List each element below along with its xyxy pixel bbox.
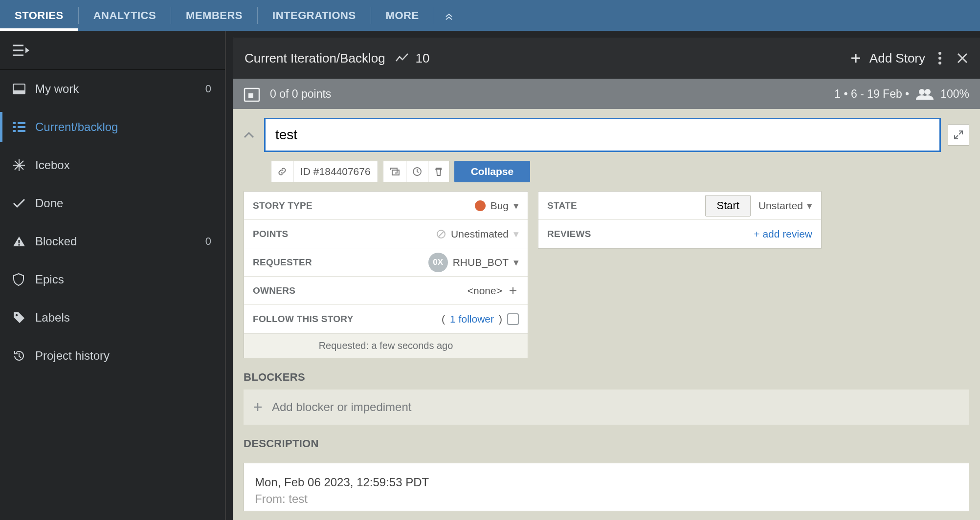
followers-link[interactable]: 1 follower — [450, 313, 494, 325]
svg-rect-3 — [18, 122, 25, 124]
panel-header: Current Iteration/Backlog 10 Add Story — [233, 38, 980, 79]
add-blocker-button[interactable]: Add blocker or impediment — [244, 390, 969, 425]
label-points: POINTS — [253, 229, 289, 239]
sidebar-item-epics[interactable]: Epics — [0, 260, 225, 299]
story-meta-card: STORY TYPE Bug▾ POINTS Unestimated▾ REQU… — [244, 191, 528, 358]
svg-rect-7 — [18, 130, 25, 132]
clone-icon — [389, 167, 400, 176]
state-card: STATE Start Unstarted▾ REVIEWS + add rev… — [538, 191, 822, 249]
label-reviews: REVIEWS — [547, 229, 591, 239]
sidebar-toggle[interactable] — [0, 31, 225, 70]
expand-story-icon[interactable] — [948, 124, 969, 146]
link-icon — [277, 167, 287, 176]
sidebar-item-done[interactable]: Done — [0, 184, 225, 222]
backlog-panel: Current Iteration/Backlog 10 Add Story 0… — [233, 38, 980, 520]
iteration-subbar: 0 of 0 points 1 • 6 - 19 Feb • 100% — [233, 79, 980, 109]
requested-time: Requested: a few seconds ago — [244, 333, 528, 358]
clone-story-button[interactable] — [383, 161, 406, 182]
row-requester[interactable]: REQUESTER 0XRHUB_BOT▾ — [244, 248, 528, 277]
row-story-type[interactable]: STORY TYPE Bug▾ — [244, 192, 528, 220]
points-text: 0 of 0 points — [270, 87, 331, 101]
copy-link-button[interactable] — [271, 161, 293, 182]
velocity-icon[interactable] — [395, 53, 409, 63]
description-box[interactable]: Mon, Feb 06 2023, 12:59:53 PDT From: tes… — [244, 463, 969, 511]
label-owners: OWNERS — [253, 285, 295, 296]
svg-point-16 — [919, 89, 925, 95]
sidebar-item-project-history[interactable]: Project history — [0, 337, 225, 375]
calendar-icon[interactable] — [244, 86, 260, 102]
bug-icon — [475, 200, 486, 211]
capacity-percent: 100% — [940, 87, 969, 101]
collapse-chevron-icon[interactable] — [244, 131, 257, 138]
panel-title: Current Iteration/Backlog — [245, 51, 385, 66]
tab-more[interactable]: MORE — [371, 0, 434, 31]
collapse-nav-icon[interactable] — [434, 0, 464, 31]
story-toolbar: ID #184407676 Collapse — [271, 161, 969, 182]
sidebar-item-current-backlog[interactable]: Current/backlog — [0, 108, 225, 146]
sidebar-item-blocked[interactable]: Blocked 0 — [0, 222, 225, 260]
add-review-link[interactable]: + add review — [754, 228, 812, 240]
tag-icon — [13, 311, 35, 324]
collapse-button[interactable]: Collapse — [454, 161, 531, 182]
caret-icon[interactable]: ▾ — [513, 257, 519, 268]
label-requester: REQUESTER — [253, 257, 312, 268]
row-follow: FOLLOW THIS STORY (1 follower) — [244, 305, 528, 333]
story-title-input[interactable] — [264, 118, 941, 152]
sidebar-item-icebox[interactable]: Icebox — [0, 146, 225, 184]
svg-point-17 — [925, 89, 931, 95]
panel-menu-icon[interactable] — [938, 51, 942, 65]
tab-stories[interactable]: STORIES — [0, 0, 78, 31]
sidebar-item-my-work[interactable]: My work 0 — [0, 70, 225, 108]
sidebar-item-label: Epics — [35, 273, 64, 286]
row-reviews: REVIEWS + add review — [538, 220, 821, 248]
shield-icon — [13, 273, 35, 286]
description-line: Mon, Feb 06 2023, 12:59:53 PDT — [255, 474, 958, 491]
tab-members[interactable]: MEMBERS — [171, 0, 257, 31]
label-story-type: STORY TYPE — [253, 200, 312, 211]
add-story-button[interactable]: Add Story — [850, 51, 925, 66]
delete-story-button[interactable] — [428, 161, 449, 182]
caret-icon: ▾ — [807, 200, 812, 212]
story-type-value: Bug — [490, 200, 509, 212]
add-owner-button[interactable] — [507, 285, 519, 297]
history-icon — [13, 349, 35, 362]
points-value: Unestimated — [451, 228, 509, 240]
iteration-dates: 1 • 6 - 19 Feb • — [834, 87, 909, 101]
story-id[interactable]: ID #184407676 — [293, 161, 378, 182]
blockers-heading: BLOCKERS — [233, 358, 980, 390]
snowflake-icon — [13, 159, 35, 172]
check-icon — [13, 198, 35, 208]
sidebar-item-label: My work — [35, 82, 79, 96]
row-state: STATE Start Unstarted▾ — [538, 192, 821, 220]
row-owners[interactable]: OWNERS <none> — [244, 277, 528, 305]
add-blocker-label: Add blocker or impediment — [272, 400, 411, 414]
follow-checkbox[interactable] — [507, 313, 519, 325]
history-story-button[interactable] — [406, 161, 428, 182]
caret-icon[interactable]: ▾ — [513, 200, 519, 212]
description-heading: DESCRIPTION — [233, 425, 980, 456]
svg-rect-5 — [18, 126, 25, 128]
svg-rect-6 — [13, 130, 16, 132]
unestimated-icon — [436, 229, 446, 239]
close-panel-icon[interactable] — [957, 52, 968, 64]
sidebar-item-labels[interactable]: Labels — [0, 299, 225, 337]
caret-icon[interactable]: ▾ — [513, 228, 519, 240]
svg-point-11 — [938, 52, 941, 55]
iteration-count: 10 — [416, 51, 430, 66]
warning-icon — [13, 236, 35, 247]
plus-icon — [850, 52, 862, 64]
svg-point-12 — [938, 57, 941, 60]
start-button[interactable]: Start — [705, 195, 750, 217]
tab-integrations[interactable]: INTEGRATIONS — [258, 0, 371, 31]
plus-icon — [252, 402, 263, 412]
panel-icon — [13, 84, 35, 94]
top-nav: STORIES ANALYTICS MEMBERS INTEGRATIONS M… — [0, 0, 980, 31]
sidebar-item-label: Labels — [35, 311, 70, 325]
tab-analytics[interactable]: ANALYTICS — [79, 0, 171, 31]
state-dropdown[interactable]: Unstarted▾ — [758, 200, 812, 212]
row-points[interactable]: POINTS Unestimated▾ — [244, 220, 528, 248]
people-icon[interactable] — [916, 88, 934, 100]
clock-icon — [412, 167, 422, 176]
sidebar-item-label: Blocked — [35, 235, 77, 248]
trash-icon — [434, 167, 443, 176]
